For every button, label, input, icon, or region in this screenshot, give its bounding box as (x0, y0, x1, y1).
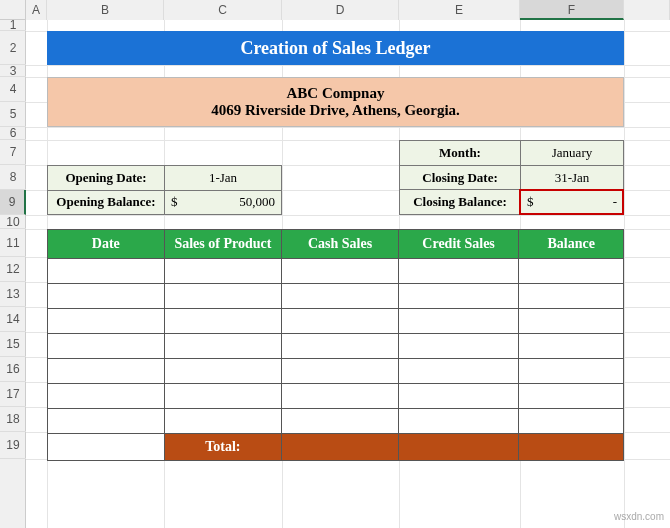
opening-balance-label: Opening Balance: (48, 191, 165, 215)
sheet-area: Creation of Sales Ledger ABC Compnay 406… (26, 20, 670, 528)
column-header-C[interactable]: C (164, 0, 282, 20)
closing-date-value[interactable]: 31-Jan (521, 166, 623, 190)
opening-balance-value[interactable]: $50,000 (165, 191, 281, 215)
ledger-cell[interactable] (165, 334, 283, 358)
row-header-5[interactable]: 5 (0, 102, 26, 127)
ledger-cell[interactable] (399, 309, 520, 333)
ledger-cell[interactable] (399, 284, 520, 308)
row-header-14[interactable]: 14 (0, 307, 26, 332)
company-address: 4069 Riverside Drive, Athens, Georgia. (211, 102, 460, 119)
title-text: Creation of Sales Ledger (240, 38, 430, 59)
ledger-cell[interactable] (48, 334, 165, 358)
month-label: Month: (400, 141, 521, 165)
table-row (48, 333, 623, 358)
ledger-cell[interactable] (519, 409, 623, 433)
row-header-2[interactable]: 2 (0, 31, 26, 65)
table-row (48, 308, 623, 333)
column-header-B[interactable]: B (47, 0, 164, 20)
ledger-cell[interactable] (282, 384, 399, 408)
ledger-cell[interactable] (48, 359, 165, 383)
ledger-cell[interactable] (519, 309, 623, 333)
ledger-cell[interactable] (399, 259, 520, 283)
month-value[interactable]: January (521, 141, 623, 165)
row-header-13[interactable]: 13 (0, 282, 26, 307)
row-header-6[interactable]: 6 (0, 127, 26, 140)
ledger-header-row: DateSales of ProductCash SalesCredit Sal… (48, 230, 623, 258)
ledger-header-cell: Date (48, 230, 165, 258)
ledger-footer: Total: (48, 433, 623, 460)
column-header-F[interactable]: F (520, 0, 624, 20)
opening-box: Opening Date:1-JanOpening Balance:$50,00… (47, 165, 282, 215)
row-header-1[interactable]: 1 (0, 20, 26, 31)
total-blank (48, 434, 165, 460)
title-banner: Creation of Sales Ledger (47, 31, 624, 65)
select-all-corner[interactable] (0, 0, 26, 20)
table-row (48, 258, 623, 283)
ledger-cell[interactable] (165, 284, 283, 308)
ledger-cell[interactable] (282, 284, 399, 308)
total-label: Total: (165, 434, 283, 460)
closing-balance-label: Closing Balance: (400, 190, 521, 214)
ledger-cell[interactable] (165, 359, 283, 383)
column-header-A[interactable]: A (26, 0, 47, 20)
row-header-9[interactable]: 9 (0, 190, 26, 215)
ledger-cell[interactable] (282, 359, 399, 383)
table-row (48, 358, 623, 383)
row-header-17[interactable]: 17 (0, 382, 26, 407)
ledger-cell[interactable] (48, 259, 165, 283)
row-headers: 12345678910111213141516171819 (0, 20, 26, 528)
ledger-cell[interactable] (282, 259, 399, 283)
total-cell[interactable] (399, 434, 520, 460)
ledger-cell[interactable] (165, 409, 283, 433)
company-name: ABC Compnay (287, 85, 385, 102)
ledger-cell[interactable] (519, 359, 623, 383)
ledger-cell[interactable] (519, 334, 623, 358)
ledger-cell[interactable] (399, 334, 520, 358)
total-cell[interactable] (519, 434, 623, 460)
closing-box: Month:JanuaryClosing Date:31-JanClosing … (399, 140, 624, 215)
row-header-8[interactable]: 8 (0, 165, 26, 190)
watermark: wsxdn.com (614, 511, 664, 522)
row-header-7[interactable]: 7 (0, 140, 26, 165)
ledger-cell[interactable] (48, 309, 165, 333)
ledger-cell[interactable] (399, 359, 520, 383)
ledger-header-cell: Balance (519, 230, 623, 258)
row-header-10[interactable]: 10 (0, 215, 26, 229)
row-header-18[interactable]: 18 (0, 407, 26, 432)
table-row (48, 283, 623, 308)
ledger-cell[interactable] (282, 309, 399, 333)
ledger-body (48, 258, 623, 433)
opening-date-label: Opening Date: (48, 166, 165, 190)
ledger-header-cell: Cash Sales (282, 230, 399, 258)
ledger-cell[interactable] (519, 384, 623, 408)
column-header-D[interactable]: D (282, 0, 399, 20)
row-header-19[interactable]: 19 (0, 432, 26, 459)
ledger-cell[interactable] (399, 384, 520, 408)
ledger-cell[interactable] (399, 409, 520, 433)
ledger-cell[interactable] (165, 384, 283, 408)
ledger-cell[interactable] (48, 384, 165, 408)
ledger-cell[interactable] (282, 409, 399, 433)
ledger-cell[interactable] (165, 309, 283, 333)
table-row (48, 383, 623, 408)
ledger-table: DateSales of ProductCash SalesCredit Sal… (47, 229, 624, 461)
row-header-11[interactable]: 11 (0, 229, 26, 257)
opening-date-value[interactable]: 1-Jan (165, 166, 281, 190)
row-header-4[interactable]: 4 (0, 77, 26, 102)
ledger-cell[interactable] (519, 284, 623, 308)
column-header-E[interactable]: E (399, 0, 520, 20)
closing-balance-value[interactable]: $- (521, 190, 623, 214)
row-header-15[interactable]: 15 (0, 332, 26, 357)
closing-date-label: Closing Date: (400, 166, 521, 190)
row-header-3[interactable]: 3 (0, 65, 26, 77)
row-header-16[interactable]: 16 (0, 357, 26, 382)
row-header-12[interactable]: 12 (0, 257, 26, 282)
ledger-cell[interactable] (519, 259, 623, 283)
total-cell[interactable] (282, 434, 399, 460)
ledger-cell[interactable] (165, 259, 283, 283)
ledger-cell[interactable] (48, 284, 165, 308)
ledger-cell[interactable] (48, 409, 165, 433)
ledger-cell[interactable] (282, 334, 399, 358)
table-row (48, 408, 623, 433)
company-banner: ABC Compnay 4069 Riverside Drive, Athens… (47, 77, 624, 127)
